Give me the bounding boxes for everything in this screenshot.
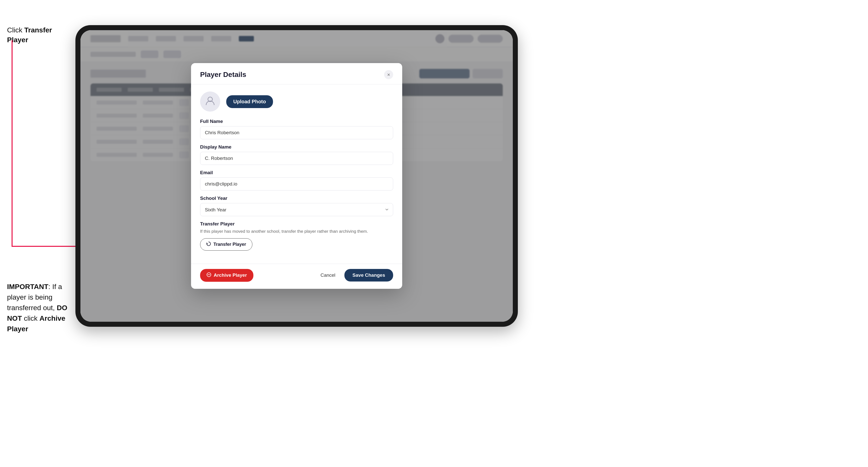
email-label: Email — [200, 170, 393, 176]
display-name-group: Display Name — [200, 144, 393, 165]
modal-close-button[interactable]: × — [384, 70, 393, 79]
instruction-top: Click Transfer Player — [7, 25, 75, 50]
upload-photo-button[interactable]: Upload Photo — [226, 95, 273, 108]
cancel-button[interactable]: Cancel — [315, 269, 340, 281]
email-input[interactable] — [200, 178, 393, 190]
modal-body: Upload Photo Full Name Display Name — [191, 85, 402, 264]
close-icon: × — [387, 72, 390, 78]
transfer-player-section: Transfer Player If this player has moved… — [200, 221, 393, 251]
display-name-input[interactable] — [200, 152, 393, 165]
school-year-select[interactable]: Sixth Year First Year Second Year Third … — [200, 203, 393, 216]
instruction-bottom-text2: click — [22, 314, 39, 322]
instruction-top-text: Click Transfer Player — [7, 25, 75, 45]
email-group: Email — [200, 170, 393, 190]
modal-title: Player Details — [200, 71, 246, 79]
tablet-device: Player Details × — [75, 25, 518, 327]
instruction-important: IMPORTANT — [7, 283, 48, 290]
transfer-section-description: If this player has moved to another scho… — [200, 228, 393, 235]
player-details-modal: Player Details × — [191, 63, 402, 289]
modal-footer: Archive Player Cancel Save Changes — [191, 264, 402, 289]
display-name-label: Display Name — [200, 144, 393, 150]
full-name-input[interactable] — [200, 126, 393, 139]
modal-overlay: Player Details × — [81, 30, 513, 322]
archive-icon — [207, 273, 211, 278]
instruction-prefix: Click — [7, 26, 24, 34]
avatar-icon — [205, 95, 215, 108]
arrow-vertical — [11, 40, 12, 246]
tablet-screen: Player Details × — [81, 30, 513, 322]
transfer-icon — [206, 242, 211, 247]
transfer-section-label: Transfer Player — [200, 221, 393, 227]
transfer-button-label: Transfer Player — [213, 242, 246, 247]
archive-player-button[interactable]: Archive Player — [200, 269, 253, 282]
transfer-player-button[interactable]: Transfer Player — [200, 238, 252, 251]
full-name-group: Full Name — [200, 119, 393, 139]
school-year-group: School Year Sixth Year First Year Second… — [200, 195, 393, 216]
save-changes-button[interactable]: Save Changes — [344, 269, 393, 281]
photo-upload-row: Upload Photo — [200, 92, 393, 112]
school-year-label: School Year — [200, 195, 393, 201]
full-name-label: Full Name — [200, 119, 393, 124]
archive-button-label: Archive Player — [214, 273, 247, 278]
avatar-circle — [200, 92, 220, 112]
modal-header: Player Details × — [191, 63, 402, 85]
instruction-bottom: IMPORTANT: If a player is being transfer… — [7, 281, 75, 334]
